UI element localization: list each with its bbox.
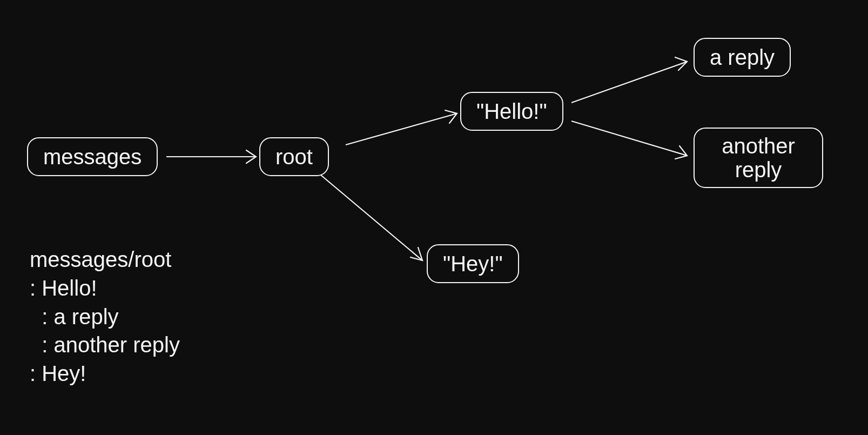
node-hey: "Hey!" [427,244,519,283]
tree-line-3: : a reply [30,303,180,331]
edge-hello-anotherreply [571,121,687,156]
diagram-canvas: { "nodes": { "messages": "messages", "ro… [0,0,868,435]
tree-line-1: messages/root [30,245,180,274]
node-a-reply: a reply [694,38,791,77]
tree-text-block: messages/root : Hello! : a reply : anoth… [30,245,180,388]
arrowhead-root-hey [411,247,422,260]
arrowhead-hello-areply [675,57,687,70]
edge-root-hello [346,113,457,145]
tree-line-2: : Hello! [30,274,180,303]
edge-root-hey [321,175,422,260]
tree-line-4: : another reply [30,331,180,359]
arrowhead-root-hello [445,110,457,123]
tree-line-5: : Hey! [30,359,180,388]
node-hello: "Hello!" [460,92,563,131]
node-root: root [259,137,329,176]
arrowhead-messages-root [246,150,256,163]
node-messages: messages [27,137,158,176]
node-another-reply: another reply [694,128,823,188]
arrowhead-hello-anotherreply [675,146,687,159]
edge-hello-areply [571,62,687,103]
